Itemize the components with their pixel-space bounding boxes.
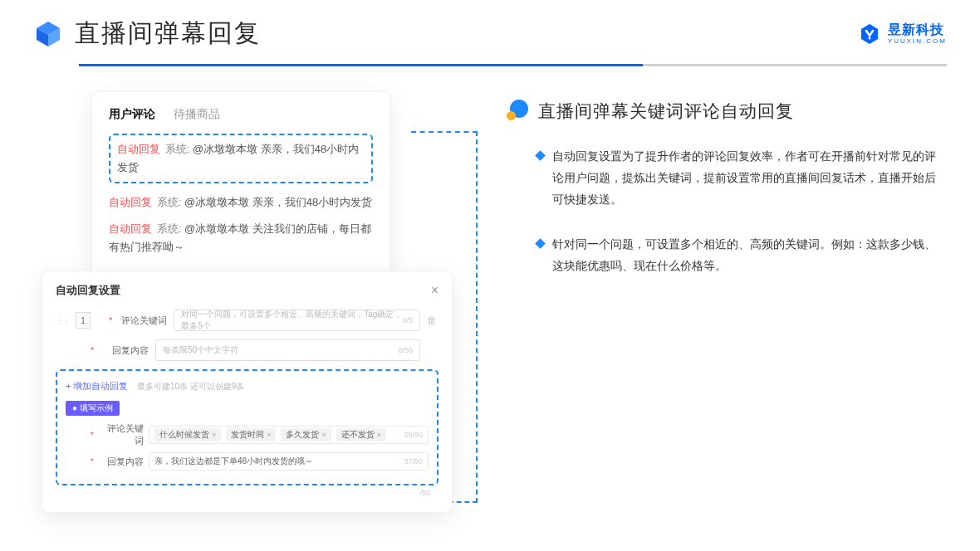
add-hint: 最多可建10条 还可以创建9条	[137, 382, 244, 391]
highlighted-comment: 自动回复 系统: @冰墩墩本墩 亲亲，我们48小时内发货	[109, 134, 373, 183]
content-input[interactable]: 每条限50个中文字符 0/50	[155, 339, 420, 361]
system-label: 系统:	[165, 143, 190, 155]
tab-user-comments[interactable]: 用户评论	[109, 107, 155, 122]
example-badge: ● 填写示例	[66, 401, 120, 416]
logo-icon	[858, 22, 881, 46]
header-left: 直播间弹幕回复	[33, 17, 261, 51]
add-auto-reply-link[interactable]: + 增加自动回复	[66, 381, 128, 391]
required-star: *	[91, 345, 94, 355]
comment-text: @冰墩墩本墩 亲亲，我们48小时内发货	[184, 196, 372, 208]
delete-icon[interactable]: 🗑	[427, 315, 439, 326]
brand-logo: 昱新科技 YUUXIN.COM	[858, 22, 947, 46]
example-keyword-input[interactable]: 什么时候发货× 发货时间× 多久发货× 还不发货× 20/50	[149, 426, 429, 444]
comment-row: 自动回复 系统: @冰墩墩本墩 关注我们的店铺，每日都有热门推荐呦～	[109, 220, 373, 256]
system-label: 系统:	[157, 222, 182, 235]
page-title: 直播间弹幕回复	[75, 17, 261, 51]
logo-text-cn: 昱新科技	[888, 23, 947, 37]
auto-reply-tag: 自动回复	[117, 143, 160, 155]
logo-text-en: YUUXIN.COM	[888, 38, 947, 45]
example-keyword-row: * 评论关键词 什么时候发货× 发货时间× 多久发货× 还不发货× 20/50	[66, 422, 429, 447]
connector-line	[448, 501, 478, 503]
connector-line	[476, 131, 478, 503]
settings-card: 自动回复设置 × ⋮⋮ 1 * 评论关键词 对同一个问题，可设置多个相近、高频的…	[42, 271, 453, 513]
diamond-icon	[535, 150, 546, 161]
bullet-item: 自动回复设置为了提升作者的评论回复效率，作者可在开播前针对常见的评论用户问题，提…	[507, 146, 947, 211]
tag-chip[interactable]: 什么时候发货×	[154, 428, 221, 441]
cube-icon	[33, 19, 63, 49]
tab-pending-goods[interactable]: 待播商品	[174, 107, 220, 122]
comment-row: 自动回复 系统: @冰墩墩本墩 亲亲，我们48小时内发货	[109, 193, 373, 212]
outer-count: /50	[56, 489, 439, 497]
example-content-row: * 回复内容 亲，我们这边都是下单48小时内发货的哦～ 37/50	[66, 452, 429, 471]
diamond-icon	[535, 238, 546, 249]
keyword-label: 评论关键词	[120, 315, 167, 327]
index-box: 1	[76, 312, 91, 329]
bullet-text: 针对同一个问题，可设置多个相近的、高频的关键词。例如：这款多少钱、这块能优惠吗、…	[552, 234, 947, 277]
close-icon[interactable]: ×	[431, 283, 439, 298]
chat-bubble-icon	[507, 100, 530, 123]
tag-chip[interactable]: 多久发货×	[281, 428, 331, 441]
drag-handle-icon[interactable]: ⋮⋮	[56, 316, 69, 325]
bullet-text: 自动回复设置为了提升作者的评论回复效率，作者可在开播前针对常见的评论用户问题，提…	[552, 146, 947, 211]
svg-point-3	[868, 37, 870, 39]
example-section: + 增加自动回复 最多可建10条 还可以创建9条 ● 填写示例 * 评论关键词 …	[56, 369, 439, 485]
header: 直播间弹幕回复 昱新科技 YUUXIN.COM	[0, 0, 980, 51]
comments-card: 用户评论 待播商品 自动回复 系统: @冰墩墩本墩 亲亲，我们48小时内发货 自…	[91, 91, 390, 279]
keyword-row: ⋮⋮ 1 * 评论关键词 对同一个问题，可设置多个相近、高频的关键词，Tag确定…	[56, 310, 439, 331]
required-star: *	[109, 315, 112, 325]
system-label: 系统:	[157, 196, 182, 208]
tag-chip[interactable]: 发货时间×	[226, 428, 276, 441]
section-title: 直播间弹幕关键词评论自动回复	[538, 100, 794, 123]
tag-chip[interactable]: 还不发货×	[336, 428, 386, 441]
auto-reply-tag: 自动回复	[109, 222, 152, 235]
description-column: 直播间弹幕关键词评论自动回复 自动回复设置为了提升作者的评论回复效率，作者可在开…	[507, 91, 947, 513]
content-row: * 回复内容 每条限50个中文字符 0/50	[56, 339, 439, 361]
connector-line	[411, 131, 478, 133]
content-label: 回复内容	[102, 344, 149, 357]
tabs: 用户评论 待播商品	[109, 107, 373, 122]
settings-title: 自动回复设置	[56, 283, 120, 298]
auto-reply-tag: 自动回复	[109, 196, 152, 208]
keyword-input[interactable]: 对同一个问题，可设置多个相近、高频的关键词，Tag确定，最多5个 0/5	[174, 310, 420, 331]
bullet-item: 针对同一个问题，可设置多个相近的、高频的关键词。例如：这款多少钱、这块能优惠吗、…	[507, 234, 947, 277]
example-content-input[interactable]: 亲，我们这边都是下单48小时内发货的哦～ 37/50	[149, 452, 429, 471]
illustration-column: 用户评论 待播商品 自动回复 系统: @冰墩墩本墩 亲亲，我们48小时内发货 自…	[42, 91, 473, 513]
